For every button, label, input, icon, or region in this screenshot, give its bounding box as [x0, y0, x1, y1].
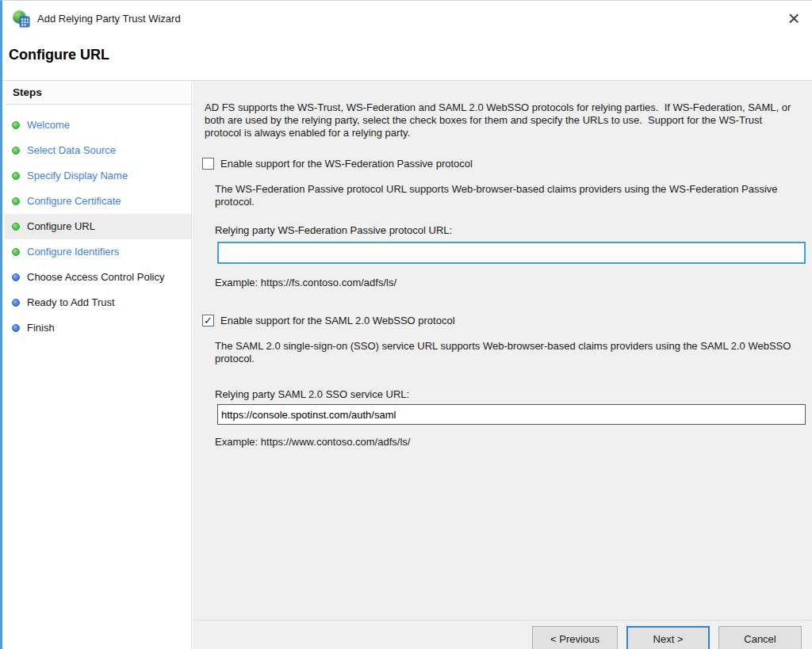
sidebar-step-choose-access-control-policy[interactable]: Choose Access Control Policy	[5, 265, 191, 290]
wizard-window: Add Relying Party Trust Wizard × Configu…	[0, 0, 812, 649]
wsfed-description: The WS-Federation Passive protocol URL s…	[215, 183, 779, 208]
saml-description: The SAML 2.0 single-sign-on (SSO) servic…	[215, 340, 799, 365]
wsfed-example-text: Example: https://fs.contoso.com/adfs/ls/	[215, 277, 396, 288]
sidebar-step-configure-certificate[interactable]: Configure Certificate	[5, 189, 191, 214]
sidebar-step-select-data-source[interactable]: Select Data Source	[5, 138, 191, 163]
title-bar: Add Relying Party Trust Wizard ×	[2, 1, 812, 37]
sidebar-step-finish[interactable]: Finish	[5, 315, 191, 341]
sidebar-step-ready-to-add-trust[interactable]: Ready to Add Trust	[5, 290, 191, 315]
step-status-dot	[12, 147, 20, 155]
footer-divider	[193, 620, 812, 620]
step-label: Finish	[27, 322, 55, 334]
saml-checkbox[interactable]: ✓	[202, 315, 214, 326]
step-label: Configure URL	[27, 220, 95, 232]
steps-header: Steps	[5, 81, 191, 105]
sidebar-step-specify-display-name[interactable]: Specify Display Name	[5, 163, 191, 189]
previous-button[interactable]: < Previous	[532, 626, 618, 649]
step-status-dot	[12, 324, 20, 332]
sidebar-step-configure-url[interactable]: Configure URL	[5, 214, 191, 239]
close-icon[interactable]: ×	[780, 6, 807, 32]
sidebar-step-welcome[interactable]: Welcome	[5, 113, 191, 138]
step-status-dot	[12, 197, 20, 205]
step-status-dot	[12, 121, 20, 129]
wsfed-checkbox-label[interactable]: Enable support for the WS-Federation Pas…	[220, 158, 473, 170]
window-title: Add Relying Party Trust Wizard	[37, 1, 181, 37]
step-label: Specify Display Name	[27, 170, 128, 181]
step-label: Configure Certificate	[27, 195, 121, 207]
page-title: Configure URL	[9, 47, 109, 63]
step-status-dot	[12, 299, 20, 307]
step-label: Select Data Source	[27, 144, 116, 156]
saml-example-text: Example: https://www.contoso.com/adfs/ls…	[215, 436, 410, 448]
wsfed-url-input[interactable]	[217, 242, 806, 264]
step-status-dot	[12, 223, 20, 231]
wsfed-url-label: Relying party WS-Federation Passive prot…	[215, 224, 452, 236]
wizard-content-pane: AD FS supports the WS-Trust, WS-Federati…	[193, 81, 812, 649]
step-label: Choose Access Control Policy	[27, 271, 164, 283]
adfs-wizard-icon	[12, 10, 31, 29]
step-status-dot	[12, 248, 20, 256]
step-label: Welcome	[27, 119, 70, 131]
saml-checkbox-label[interactable]: Enable support for the SAML 2.0 WebSSO p…	[220, 315, 455, 327]
step-label: Configure Identifiers	[27, 246, 119, 258]
intro-text: AD FS supports the WS-Trust, WS-Federati…	[205, 101, 801, 139]
step-status-dot	[12, 172, 20, 180]
step-label: Ready to Add Trust	[27, 296, 115, 308]
step-status-dot	[12, 273, 20, 281]
sidebar-step-configure-identifiers[interactable]: Configure Identifiers	[5, 239, 191, 265]
steps-list: WelcomeSelect Data SourceSpecify Display…	[5, 105, 191, 341]
wsfed-checkbox[interactable]	[202, 158, 214, 170]
cancel-button[interactable]: Cancel	[718, 626, 802, 649]
saml-url-input[interactable]	[217, 404, 806, 425]
next-button[interactable]: Next >	[626, 626, 710, 649]
steps-sidebar: Steps WelcomeSelect Data SourceSpecify D…	[5, 81, 192, 649]
saml-url-label: Relying party SAML 2.0 SSO service URL:	[215, 388, 409, 400]
